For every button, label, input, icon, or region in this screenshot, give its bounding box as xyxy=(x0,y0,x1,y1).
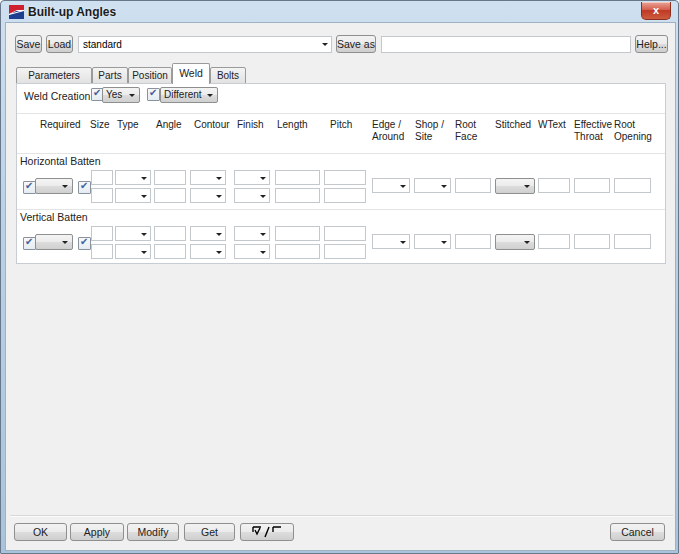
v-length-input-2[interactable] xyxy=(275,244,320,259)
col-header-contour: Contour xyxy=(194,119,230,131)
v-stitched-select[interactable] xyxy=(495,234,535,250)
v-type-select-1[interactable] xyxy=(115,226,151,241)
h-angle-input-1[interactable] xyxy=(154,170,186,185)
v-angle-input-2[interactable] xyxy=(154,244,186,259)
ok-button[interactable]: OK xyxy=(14,523,67,541)
toggle-checkboxes-icon xyxy=(252,526,282,538)
weld-creation-yes-select[interactable]: Yes xyxy=(102,87,140,103)
h-required-select[interactable] xyxy=(35,178,73,194)
cancel-button[interactable]: Cancel xyxy=(610,523,665,541)
h-wtext-input[interactable] xyxy=(538,178,570,193)
h-type-select-1[interactable] xyxy=(115,170,151,185)
v-finish-select-1[interactable] xyxy=(234,226,270,241)
weld-different-value: Different xyxy=(164,89,202,100)
h-size-input-1[interactable] xyxy=(91,170,113,185)
col-header-size: Size xyxy=(90,119,109,131)
col-header-shop-site: Shop /Site xyxy=(415,119,444,143)
h-root-opening-input[interactable] xyxy=(614,178,651,193)
apply-button[interactable]: Apply xyxy=(70,523,124,541)
h-pitch-input-2[interactable] xyxy=(324,188,366,203)
h-type-select-2[interactable] xyxy=(115,188,151,203)
col-header-finish: Finish xyxy=(237,119,264,131)
v-root-face-input[interactable] xyxy=(455,234,491,249)
weld-creation-label: Weld Creation xyxy=(24,90,90,102)
save-button[interactable]: Save xyxy=(15,35,42,53)
close-button[interactable]: x xyxy=(641,2,671,20)
app-icon xyxy=(9,5,24,19)
col-header-root-opening: RootOpening xyxy=(614,119,652,143)
v-contour-select-2[interactable] xyxy=(190,244,226,259)
help-button[interactable]: Help... xyxy=(635,35,668,53)
weld-creation-yes-value: Yes xyxy=(106,89,122,100)
h-shop-site-select[interactable] xyxy=(414,178,451,193)
load-button[interactable]: Load xyxy=(46,35,73,53)
client-area: Save Load standard Save as Help... Param… xyxy=(5,22,676,551)
vertical-batten-label: Vertical Batten xyxy=(20,211,88,223)
profile-selected-value: standard xyxy=(83,39,122,50)
col-header-type: Type xyxy=(117,119,139,131)
v-wtext-input[interactable] xyxy=(538,234,570,249)
col-header-angle: Angle xyxy=(156,119,182,131)
weld-different-select[interactable]: Different xyxy=(160,87,218,103)
save-as-button[interactable]: Save as xyxy=(336,35,376,53)
window-title: Built-up Angles xyxy=(28,5,116,19)
v-finish-select-2[interactable] xyxy=(234,244,270,259)
h-finish-select-1[interactable] xyxy=(234,170,270,185)
h-stitched-select[interactable] xyxy=(495,178,535,194)
table-top-line xyxy=(17,113,665,114)
window-frame: Built-up Angles x Save Load standard Sav… xyxy=(0,0,679,554)
v-shop-site-select[interactable] xyxy=(414,234,451,249)
col-header-edge-around: Edge /Around xyxy=(372,119,404,143)
v-pitch-input-1[interactable] xyxy=(324,226,366,241)
col-header-stitched: Stitched xyxy=(495,119,531,131)
h-size-input-2[interactable] xyxy=(91,188,113,203)
v-type-select-2[interactable] xyxy=(115,244,151,259)
h-effective-throat-input[interactable] xyxy=(574,178,610,193)
h-second-checkbox[interactable] xyxy=(78,181,91,194)
section-separator-line xyxy=(17,209,665,210)
footer-separator-highlight xyxy=(10,516,673,517)
v-root-opening-input[interactable] xyxy=(614,234,651,249)
h-length-input-1[interactable] xyxy=(275,170,320,185)
modify-button[interactable]: Modify xyxy=(127,523,179,541)
h-contour-select-1[interactable] xyxy=(190,170,226,185)
h-pitch-input-1[interactable] xyxy=(324,170,366,185)
h-contour-select-2[interactable] xyxy=(190,188,226,203)
tab-parameters[interactable]: Parameters xyxy=(16,67,92,84)
h-root-face-input[interactable] xyxy=(455,178,491,193)
h-edge-around-select[interactable] xyxy=(372,178,410,193)
tab-weld[interactable]: Weld xyxy=(172,63,210,84)
col-header-required: Required xyxy=(40,119,81,131)
v-second-checkbox[interactable] xyxy=(78,237,91,250)
col-header-pitch: Pitch xyxy=(330,119,352,131)
weld-different-checkbox[interactable] xyxy=(147,88,160,101)
col-header-wtext: WText xyxy=(538,119,566,131)
col-header-root-face: RootFace xyxy=(455,119,477,143)
h-length-input-2[interactable] xyxy=(275,188,320,203)
v-edge-around-select[interactable] xyxy=(372,234,410,249)
col-header-length: Length xyxy=(277,119,308,131)
v-size-input-1[interactable] xyxy=(91,226,113,241)
v-pitch-input-2[interactable] xyxy=(324,244,366,259)
built-up-angles-dialog: Built-up Angles x Save Load standard Sav… xyxy=(0,0,679,554)
v-length-input-1[interactable] xyxy=(275,226,320,241)
h-angle-input-2[interactable] xyxy=(154,188,186,203)
header-bottom-line xyxy=(17,153,665,154)
v-size-input-2[interactable] xyxy=(91,244,113,259)
v-contour-select-1[interactable] xyxy=(190,226,226,241)
tab-position[interactable]: Position xyxy=(128,67,172,84)
tab-parts[interactable]: Parts xyxy=(92,67,128,84)
toggle-checkboxes-button[interactable] xyxy=(240,523,294,541)
titlebar[interactable]: Built-up Angles x xyxy=(2,2,677,22)
get-button[interactable]: Get xyxy=(184,523,235,541)
v-angle-input-1[interactable] xyxy=(154,226,186,241)
profile-select[interactable]: standard xyxy=(78,36,332,53)
profile-name-input[interactable] xyxy=(381,36,631,53)
v-required-select[interactable] xyxy=(35,234,73,250)
h-finish-select-2[interactable] xyxy=(234,188,270,203)
v-effective-throat-input[interactable] xyxy=(574,234,610,249)
col-header-effective-throat: EffectiveThroat xyxy=(574,119,612,143)
horizontal-batten-label: Horizontal Batten xyxy=(20,155,101,167)
tab-bolts[interactable]: Bolts xyxy=(210,67,246,84)
